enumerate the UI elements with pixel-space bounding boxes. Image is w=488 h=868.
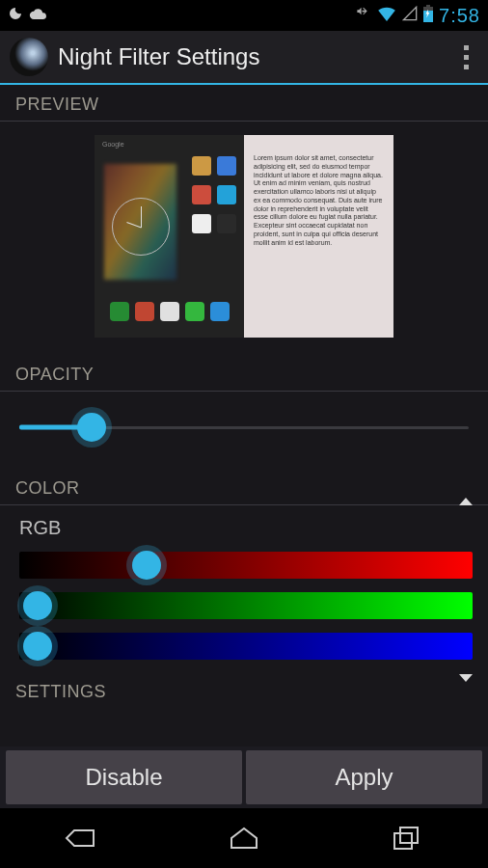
action-bar: Night Filter Settings [0,31,488,85]
section-color-label: COLOR [15,478,80,499]
chevron-down-icon [459,682,473,702]
section-opacity-header: OPACITY [0,355,488,392]
cloud-icon [29,6,48,26]
recents-button[interactable] [378,819,436,857]
signal-icon [402,6,418,26]
bottom-button-bar: Disable Apply [0,746,488,808]
section-settings-label: SETTINGS [15,682,106,702]
mute-icon [356,6,371,26]
preview-homescreen: Google [95,135,244,338]
section-opacity-label: OPACITY [15,365,94,385]
preview-zone: Google Lorem ipsum dolor sit amet, conse… [0,122,488,355]
app-title: Night Filter Settings [58,43,454,70]
svg-rect-3 [394,833,412,849]
wifi-icon [377,6,396,26]
back-button[interactable] [52,819,110,857]
section-settings-header[interactable]: SETTINGS [0,672,488,708]
clock-widget-icon [112,198,170,256]
svg-rect-2 [426,5,430,7]
chevron-up-icon [459,478,473,499]
status-clock: 7:58 [439,5,480,27]
moon-icon [8,6,23,26]
section-color-header[interactable]: COLOR [0,469,488,505]
red-slider[interactable] [19,545,473,585]
green-slider[interactable] [19,585,473,626]
section-preview-label: PREVIEW [15,95,99,115]
preview-pair: Google Lorem ipsum dolor sit amet, conse… [95,135,393,338]
overflow-menu-icon[interactable] [454,38,478,77]
disable-button[interactable]: Disable [6,750,242,804]
svg-rect-1 [423,11,433,22]
svg-rect-4 [400,827,418,843]
nav-bar [0,808,488,868]
status-bar: 7:58 [0,0,488,31]
preview-textpage: Lorem ipsum dolor sit amet, consectetur … [244,135,393,338]
app-icon [10,38,48,76]
battery-icon [423,5,433,27]
section-preview-header: PREVIEW [0,85,488,122]
opacity-slider[interactable] [19,407,469,448]
home-button[interactable] [215,819,273,857]
apply-button[interactable]: Apply [246,750,482,804]
content: PREVIEW Google Lorem ipsum dolor sit ame… [0,85,488,808]
blue-slider[interactable] [19,626,473,666]
rgb-label: RGB [19,507,473,545]
